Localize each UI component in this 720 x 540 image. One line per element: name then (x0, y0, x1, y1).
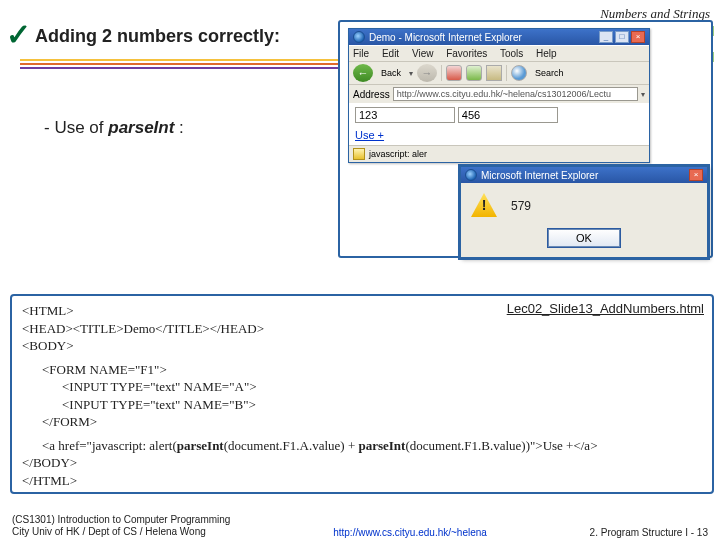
titlebar: Demo - Microsoft Internet Explorer _ □ × (349, 29, 649, 45)
stop-icon[interactable] (446, 65, 462, 81)
course-title: (CS1301) Introduction to Computer Progra… (12, 514, 230, 526)
footer-right: 2. Program Structure I - 13 (590, 527, 708, 538)
alert-dialog: Microsoft Internet Explorer × 579 OK (460, 166, 708, 258)
dialog-close-button[interactable]: × (689, 169, 703, 181)
minimize-button[interactable]: _ (599, 31, 613, 43)
code-listing: Lec02_Slide13_AddNumbers.html <HTML> <HE… (10, 294, 714, 494)
ok-button[interactable]: OK (548, 229, 620, 247)
toolbar: ← Back ▾ → Search (349, 61, 649, 84)
dialog-title: Microsoft Internet Explorer (481, 170, 598, 181)
dialog-titlebar: Microsoft Internet Explorer × (461, 167, 707, 183)
affiliation: City Univ of HK / Dept of CS / Helena Wo… (12, 526, 230, 538)
footer-url[interactable]: http://www.cs.cityu.edu.hk/~helena (333, 527, 487, 538)
heading-text: Adding 2 numbers correctly: (35, 26, 280, 47)
code-line: <HEAD><TITLE>Demo</TITLE></HEAD> (22, 320, 702, 338)
footer-center: http://www.cs.cityu.edu.hk/~helena (230, 527, 589, 538)
dialog-value: 579 (511, 197, 531, 213)
back-button[interactable]: ← (353, 64, 373, 82)
address-label: Address (353, 89, 390, 100)
check-icon: ✓ (6, 26, 31, 44)
toolbar-separator (441, 65, 442, 81)
code-line: <INPUT TYPE="text" NAME="A"> (22, 378, 702, 396)
maximize-button[interactable]: □ (615, 31, 629, 43)
code-line: <FORM NAME="F1"> (22, 361, 702, 379)
code-line: </FORM> (22, 413, 702, 431)
code-seg: (document.F1.B.value))">Use +</a> (405, 438, 597, 453)
forward-button[interactable]: → (417, 64, 437, 82)
address-input[interactable]: http://www.cs.cityu.edu.hk/~helena/cs130… (393, 87, 638, 101)
code-line: </BODY> (22, 454, 702, 472)
script-icon (353, 148, 365, 160)
subpoint-fn: parseInt (108, 118, 174, 137)
menu-tools[interactable]: Tools (500, 48, 523, 59)
menu-help[interactable]: Help (536, 48, 557, 59)
window-title: Demo - Microsoft Internet Explorer (369, 32, 522, 43)
ie-icon (353, 31, 365, 43)
menu-edit[interactable]: Edit (382, 48, 399, 59)
back-dropdown-icon[interactable]: ▾ (409, 69, 413, 78)
menu-favorites[interactable]: Favorites (446, 48, 487, 59)
decorative-divider (20, 59, 390, 69)
menu-file[interactable]: File (353, 48, 369, 59)
menu-view[interactable]: View (412, 48, 434, 59)
close-button[interactable]: × (631, 31, 645, 43)
input-a[interactable]: 123 (355, 107, 455, 123)
use-plus-link[interactable]: Use + (355, 129, 384, 141)
search-label[interactable]: Search (531, 66, 568, 80)
address-dropdown-icon[interactable]: ▾ (641, 90, 645, 99)
dialog-window-buttons: × (689, 169, 703, 181)
code-line: <INPUT TYPE="text" NAME="B"> (22, 396, 702, 414)
code-line: </HTML> (22, 472, 702, 490)
back-label[interactable]: Back (377, 66, 405, 80)
source-filename: Lec02_Slide13_AddNumbers.html (507, 300, 704, 318)
code-seg: <a href="javascript: alert( (42, 438, 177, 453)
refresh-icon[interactable] (466, 65, 482, 81)
window-buttons: _ □ × (599, 31, 645, 43)
input-b[interactable]: 456 (458, 107, 558, 123)
subpoint-suffix: : (174, 118, 183, 137)
home-icon[interactable] (486, 65, 502, 81)
windows-flag-icon (623, 60, 648, 78)
parseint-keyword: parseInt (358, 438, 405, 453)
search-icon[interactable] (511, 65, 527, 81)
subpoint-prefix: - Use of (44, 118, 108, 137)
addressbar: Address http://www.cs.cityu.edu.hk/~hele… (349, 84, 649, 103)
toolbar-separator (506, 65, 507, 81)
page-body: 123 456 Use + (349, 103, 649, 145)
footer-left: (CS1301) Introduction to Computer Progra… (12, 514, 230, 538)
subpoint-text: - Use of parseInt : (44, 118, 184, 138)
code-seg: (document.F1.A.value) + (224, 438, 359, 453)
ie-icon (465, 169, 477, 181)
statusbar: javascript: aler (349, 145, 649, 162)
browser-window: Demo - Microsoft Internet Explorer _ □ ×… (348, 28, 650, 163)
status-text: javascript: aler (369, 149, 427, 159)
code-line: <a href="javascript: alert(parseInt(docu… (22, 437, 702, 455)
slide-footer: (CS1301) Introduction to Computer Progra… (0, 514, 720, 538)
warning-icon (471, 193, 497, 217)
code-line: <BODY> (22, 337, 702, 355)
parseint-keyword: parseInt (177, 438, 224, 453)
menubar: File Edit View Favorites Tools Help (349, 45, 649, 61)
